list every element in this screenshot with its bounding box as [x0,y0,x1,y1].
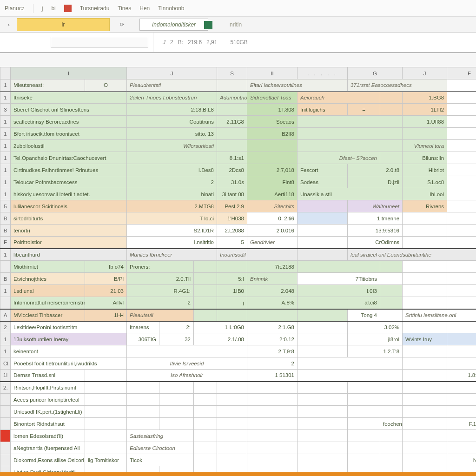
cell[interactable] [447,225,476,237]
menu-item-2[interactable]: j [42,5,43,12]
cell[interactable]: Ihl.ool [403,188,447,200]
row-31[interactable]: aNegtranrtis (fuerpensed All Ediuerse Cl… [0,442,476,454]
cell[interactable]: hiskody.uesonvacil loteril t adtet. [11,188,127,200]
row-head[interactable] [0,261,11,273]
row-32[interactable]: Diokormd,Esons slilse Osicori lig Tornit… [0,454,476,466]
cell[interactable] [447,79,476,92]
cell[interactable]: Aeces puricor loricriptireteal [11,394,85,406]
cell[interactable]: 5 [217,237,247,249]
cell[interactable] [447,92,476,104]
cell[interactable] [447,297,476,309]
cell[interactable]: 2.11G8 [217,116,247,128]
cell[interactable]: hinati [127,188,217,200]
row-head[interactable]: B [0,273,11,285]
row-head[interactable]: 1 [0,188,11,200]
cell[interactable]: 3i tant 08 [217,188,247,200]
cell[interactable]: 2.0.t8 [348,164,403,176]
cell[interactable]: Muniies Ibrnclreer [127,249,217,261]
cell[interactable] [403,128,447,140]
cell[interactable]: F.15B03 [447,418,476,430]
cell[interactable]: lig Tornitiskor [85,454,127,466]
col-header-J[interactable]: J [127,67,217,79]
cell[interactable]: 2.0.Tll [127,273,194,285]
cell[interactable] [298,321,348,333]
cell[interactable]: 2:0.016 [247,225,298,237]
cell[interactable]: Waitouneet [348,200,403,212]
cell[interactable]: 1-L:0G8 [194,321,247,333]
row-head[interactable]: 1 [0,333,11,345]
cell[interactable]: D.jzil [348,176,403,188]
cell[interactable]: 7tt.2188 [247,261,298,273]
cell[interactable]: 31.0s [217,176,247,188]
cell[interactable]: 2.048 [247,285,298,297]
row-9[interactable]: 1 Teioucar Pofnrsbacmscess 2 31.0s Fint8… [0,176,476,188]
cell[interactable]: 371rsrst Easocoessdhecs [348,79,447,92]
row-head[interactable]: 1 [0,176,11,188]
cell[interactable] [403,418,447,430]
cell[interactable] [403,357,447,370]
cell[interactable]: Lexitidee/Ponini.tootisrt:itm [11,321,127,333]
row-22[interactable]: 1 13uiksothuntilen Ineray 306TIG 32 2.1/… [0,333,476,345]
cell[interactable]: scatlectinnsy Beroreacdires [11,116,127,128]
cell[interactable]: Itnrseke [11,92,127,104]
cell[interactable] [447,104,476,116]
cell[interactable] [447,188,476,200]
select-all-corner[interactable] [0,67,11,79]
fx-button[interactable]: J [163,39,165,46]
cell[interactable]: a88 [447,442,476,454]
name-box-input[interactable] [51,37,148,48]
cell[interactable] [298,333,348,345]
cell[interactable]: Initilogichs [298,104,348,116]
cell[interactable]: Miothirniet [11,261,85,273]
cell[interactable] [298,261,380,273]
cell[interactable] [380,152,403,164]
cell[interactable]: Sasteslasfring [127,430,194,442]
cell[interactable]: 306TIG [127,333,159,345]
cell[interactable]: Sodeas [298,176,348,188]
cell[interactable]: Aillvl [85,297,127,309]
cell[interactable]: 0. 2.ti6 [247,212,298,225]
cell[interactable]: sirtodrbiturts [11,212,127,225]
row-14[interactable]: F Poiritroistior I.nsitritio 5 Geridrivi… [0,237,476,249]
cell[interactable] [380,273,403,285]
cell[interactable]: 32 [159,333,194,345]
cell[interactable]: Coatitruns [127,116,217,128]
row-24[interactable]: Cl. Pooebsl fooit tietrounlituril,iwudri… [0,357,476,370]
row-6[interactable]: 1 2ubbiloolustil Wilorsuritosti Viumeol … [0,140,476,152]
cell[interactable]: Aeiorauch [298,92,380,104]
cell[interactable]: 2.T,9:8 [247,345,298,357]
cell[interactable] [298,225,348,237]
cell[interactable] [447,237,476,249]
cell[interactable]: Bninntk [247,273,298,285]
row-head[interactable]: 2. [0,382,11,394]
cell[interactable]: CrOdlmns [348,237,403,249]
cell[interactable] [447,261,476,273]
row-head[interactable] [0,430,11,442]
cell[interactable]: Intomonrattiul nerseranremstreen [11,297,85,309]
row-head[interactable]: 1 [0,92,11,104]
cell[interactable]: Fint8 [247,176,298,188]
cell[interactable] [403,345,447,357]
cell[interactable]: Pleautauil [127,309,194,321]
cell[interactable]: Diokormd,Esons slilse Osicori [11,454,85,466]
cell[interactable]: 13uiksothuntilen Ineray [11,333,127,345]
cell[interactable]: 2.L2088 [217,225,247,237]
cell[interactable]: keinentont [11,345,127,357]
cell[interactable]: 1T.808 [247,104,298,116]
row-head[interactable]: B [0,212,11,225]
row-head[interactable] [0,394,11,406]
cell[interactable] [403,370,447,382]
row-head[interactable]: 5 [0,200,11,212]
row-head[interactable] [0,442,11,454]
row-12[interactable]: B sirtodrbiturts T lo.ci 1'H038 0. 2.ti6… [0,212,476,225]
cell[interactable]: 2aileri Tinoes I.obristeostrun [127,92,217,104]
row-28[interactable]: Uniesodl IK.pert.(1stighenLli) [0,406,476,418]
row-head[interactable]: 2 [0,321,11,333]
cell[interactable] [403,273,447,285]
cell[interactable]: Etvichnojthtcs [11,273,85,285]
cell[interactable]: S2.ID1R [127,225,217,237]
cell[interactable] [127,152,217,164]
cell[interactable]: 2: [159,321,194,333]
cell[interactable] [447,128,476,140]
cell[interactable] [247,309,298,321]
